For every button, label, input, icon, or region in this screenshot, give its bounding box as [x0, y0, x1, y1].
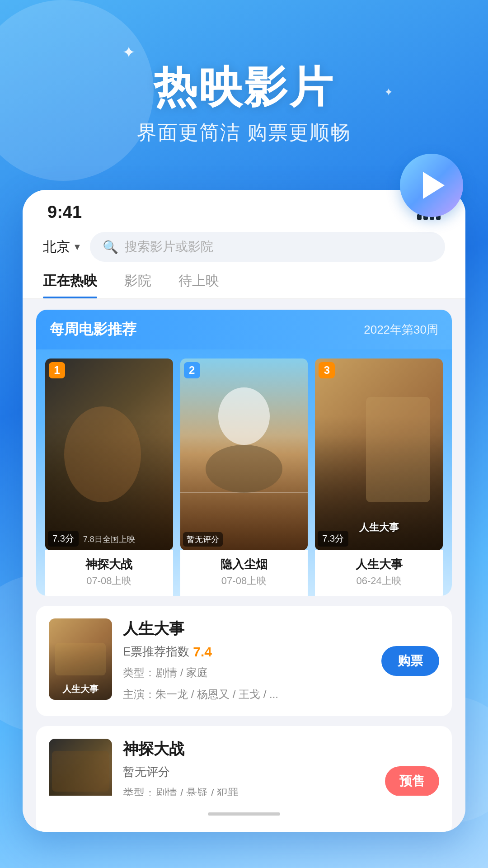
film-date-1: 07-08上映	[45, 574, 173, 588]
city-selector[interactable]: 北京 ▼	[43, 238, 82, 256]
tab-now-showing[interactable]: 正在热映	[43, 272, 97, 298]
movie-title-1: 人生大事	[123, 618, 371, 639]
sparkle-icon-top: ✦	[122, 43, 136, 62]
buy-ticket-button-1[interactable]: 购票	[381, 646, 439, 676]
search-icon: 🔍	[103, 240, 118, 255]
home-indicator	[208, 812, 280, 816]
movie-cast-1: 主演：朱一龙 / 杨恩又 / 王戈 / ...	[123, 686, 371, 703]
film-poster-date-1: 7.8日全国上映	[45, 534, 173, 545]
film-poster-1: 1 7.3分 7.8日全国上映	[45, 359, 173, 550]
presale-button-1[interactable]: 预售	[385, 766, 439, 796]
weekly-header: 每周电影推荐 2022年第30周	[36, 310, 452, 349]
status-time: 9:41	[47, 203, 82, 222]
weekly-week: 2022年第30周	[364, 322, 438, 338]
film-score-2: 暂无评分	[183, 532, 223, 547]
header-area: ✦ ✦ 热映影片 界面更简洁 购票更顺畅	[0, 0, 488, 173]
weekly-films-list: 1 7.3分 7.8日全国上映 神探大战 07-08上映	[36, 349, 452, 596]
content-area: 每周电影推荐 2022年第30周 1 7.3分 7.8日全国上映	[23, 299, 465, 832]
film-info-3: 人生大事 06-24上映	[315, 550, 443, 596]
status-bar: 9:41	[23, 190, 465, 227]
tab-upcoming[interactable]: 待上映	[178, 272, 219, 298]
film-poster-2: 2 暂无评分	[180, 359, 308, 550]
movie-list-item-1: 人生大事 人生大事 E票推荐指数 7.4 类型：剧情 / 家庭 主演：朱一龙 /…	[36, 606, 452, 716]
film-poster-text-3: 人生大事	[315, 521, 443, 534]
sub-title: 界面更简洁 购票更顺畅	[0, 119, 488, 146]
movie-genre-1: 类型：剧情 / 家庭	[123, 664, 371, 681]
rank-badge-2: 2	[184, 362, 200, 378]
search-row: 北京 ▼ 🔍 搜索影片或影院	[23, 227, 465, 272]
search-box[interactable]: 🔍 搜索影片或影院	[90, 232, 445, 262]
tabs-row: 正在热映 影院 待上映	[23, 272, 465, 299]
film-name-3: 人生大事	[315, 557, 443, 572]
movie-info-1: 人生大事 E票推荐指数 7.4 类型：剧情 / 家庭 主演：朱一龙 / 杨恩又 …	[123, 618, 371, 703]
phone-mockup: 9:41 北京 ▼ 🔍 搜索影片或影院 正在热映 影院 待上映 每周电影推荐 2…	[23, 190, 465, 832]
rank-badge-3: 3	[319, 362, 335, 378]
movie-rating-1: E票推荐指数 7.4	[123, 644, 371, 660]
film-name-2: 隐入尘烟	[180, 557, 308, 572]
weekly-film-2[interactable]: 2 暂无评分 隐入尘烟 07-08上映	[180, 359, 308, 596]
rating-score-1: 7.4	[193, 644, 212, 660]
rating-label-2: 暂无评分	[123, 764, 170, 780]
dropdown-arrow-icon: ▼	[73, 242, 82, 252]
weekly-film-3[interactable]: 3 7.3分 人生大事 人生大事 06-24上映	[315, 359, 443, 596]
film-date-2: 07-08上映	[180, 574, 308, 588]
movie-action-1: 购票	[381, 618, 439, 703]
city-name: 北京	[43, 238, 70, 256]
movie-rating-2: 暂无评分	[123, 764, 374, 780]
film-date-3: 06-24上映	[315, 574, 443, 588]
rating-label-1: E票推荐指数	[123, 644, 189, 660]
film-poster-3: 3 7.3分 人生大事	[315, 359, 443, 550]
film-name-1: 神探大战	[45, 557, 173, 572]
film-info-2: 隐入尘烟 07-08上映	[180, 550, 308, 596]
tab-cinemas[interactable]: 影院	[124, 272, 151, 298]
film-info-1: 神探大战 07-08上映	[45, 550, 173, 596]
movie-thumbnail-1: 人生大事	[49, 618, 112, 700]
weekly-film-1[interactable]: 1 7.3分 7.8日全国上映 神探大战 07-08上映	[45, 359, 173, 596]
rank-badge-1: 1	[49, 362, 65, 378]
sparkle-icon-right: ✦	[384, 86, 393, 99]
movie-title-2: 神探大战	[123, 739, 374, 760]
weekly-card: 每周电影推荐 2022年第30周 1 7.3分 7.8日全国上映	[36, 310, 452, 596]
main-title: 热映影片	[0, 63, 488, 111]
weekly-title: 每周电影推荐	[50, 320, 136, 340]
play-triangle-icon	[423, 172, 445, 199]
play-button[interactable]	[400, 154, 463, 217]
search-placeholder: 搜索影片或影院	[125, 238, 213, 255]
bottom-nav-area	[45, 796, 443, 832]
